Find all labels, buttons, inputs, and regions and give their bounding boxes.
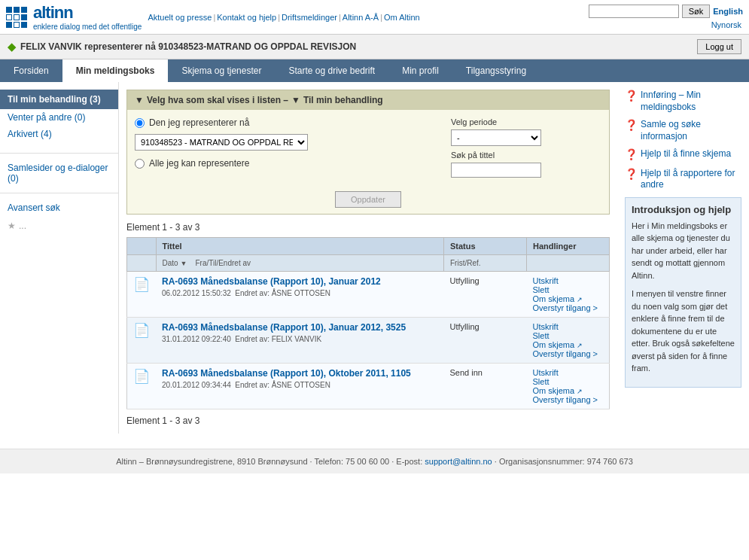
help-link-samle[interactable]: ❓ Samle og søke informasjon [625, 119, 741, 142]
logo-dot [21, 14, 27, 20]
nav-driftsmeldinger[interactable]: Driftsmeldinger [282, 13, 337, 22]
help-box-text2: I menyen til venstre finner du noen valg… [632, 288, 735, 375]
top-right: Søk English Nynorsk [589, 5, 743, 30]
action-utskrift-1[interactable]: Utskrift [533, 322, 604, 331]
search-input[interactable] [589, 5, 679, 18]
date-label: Dato [163, 259, 178, 267]
action-om-skjema-0[interactable]: Om skjema [533, 294, 604, 303]
filter-right: Velg periode - Søk på tittel [451, 117, 601, 178]
filter-footer: Oppdater [127, 185, 609, 214]
lang-nynorsk-link[interactable]: Nynorsk [711, 20, 741, 29]
help-link-finne-skjema[interactable]: ❓ Hjelp til å finne skjema [625, 148, 741, 161]
sidebar-advanced-search[interactable]: Avansert søk [0, 198, 118, 218]
row-actions-cell-1: Utskrift Slett Om skjema Overstyr tilgan… [527, 318, 610, 364]
document-icon: 📄 [133, 369, 150, 384]
col-title-header: Tittel [156, 238, 444, 255]
logo-dot [14, 7, 20, 13]
update-button[interactable]: Oppdater [335, 191, 401, 208]
table-row: 📄 RA-0693 Månedsbalanse (Rapport 10), Ja… [127, 272, 610, 318]
action-overstyr-1[interactable]: Overstyr tilgang > [533, 349, 604, 358]
row-title-cell: RA-0693 Månedsbalanse (Rapport 10), Janu… [156, 318, 444, 364]
sub-col-empty [127, 255, 157, 272]
radio-current[interactable] [135, 118, 145, 128]
question-icon: ❓ [625, 89, 638, 102]
row-actions-cell-2: Utskrift Slett Om skjema Overstyr tilgan… [527, 364, 610, 409]
action-slett-1[interactable]: Slett [533, 331, 604, 340]
filter-body: Den jeg representerer nå 910348523 - MAT… [127, 110, 609, 185]
sidebar-star-label: ... [19, 221, 26, 231]
footer-email-link[interactable]: support@altinn.no [425, 457, 492, 466]
nav-kontakt[interactable]: Kontakt og hjelp [217, 13, 276, 22]
action-overstyr-2[interactable]: Overstyr tilgang > [533, 395, 604, 404]
table-sub-header-row: Dato ▼ Fra/Til/Endret av Frist/Ref. [127, 255, 610, 272]
action-overstyr-0[interactable]: Overstyr tilgang > [533, 303, 604, 312]
logo-dot [21, 22, 27, 28]
top-bar-left: altinn enklere dialog med det offentlige… [6, 3, 420, 31]
user-bar: ◆ FELIX VANVIK representerer nå 91034852… [0, 35, 749, 59]
logo-dot [21, 7, 27, 13]
sidebar-link-samle[interactable]: Samlesider og e-dialoger (0) [8, 161, 111, 185]
represent-select[interactable]: 910348523 - MATRAND OG OPPDAL RE [135, 134, 308, 151]
lang-links: English [713, 7, 743, 16]
sidebar-star-row: ★ ... [0, 218, 118, 234]
nav-min-profil[interactable]: Min profil [388, 59, 452, 82]
nav-skjema[interactable]: Skjema og tjenester [168, 59, 275, 82]
sidebar-link-venter[interactable]: Venter på andre (0) [0, 109, 118, 126]
row-meta-2: 20.01.2012 09:34:44 Endret av: ÅSNE OTTO… [162, 381, 330, 389]
nav-forsiden[interactable]: Forsiden [0, 59, 62, 82]
action-slett-0[interactable]: Slett [533, 285, 604, 294]
row-title-link-2[interactable]: RA-0693 Månedsbalanse (Rapport 10), Okto… [162, 368, 438, 379]
row-title-link-0[interactable]: RA-0693 Månedsbalanse (Rapport 10), Janu… [162, 276, 438, 287]
help-box: Introduksjon og hjelp Her i Min meldings… [625, 197, 741, 388]
element-count-top: Element 1 - 3 av 3 [126, 222, 610, 233]
action-slett-2[interactable]: Slett [533, 377, 604, 386]
radio-row-current: Den jeg representerer nå [135, 117, 436, 128]
search-title-input[interactable] [451, 163, 541, 178]
action-utskrift-2[interactable]: Utskrift [533, 368, 604, 377]
filter-header: ▼ Velg hva som skal vises i listen – ▼ T… [127, 90, 609, 110]
sidebar-divider2 [0, 193, 118, 193]
filter-left: Den jeg representerer nå 910348523 - MAT… [135, 117, 436, 178]
logo-dot [6, 7, 12, 13]
radio-all[interactable] [135, 159, 145, 169]
help-link-innforing[interactable]: ❓ Innføring – Min meldingsboks [625, 90, 741, 113]
sidebar-header-behandling: Til min behandling (3) [0, 90, 118, 109]
table-row: 📄 RA-0693 Månedsbalanse (Rapport 10), Ok… [127, 364, 610, 409]
nav-aktuelt[interactable]: Aktuelt og presse [148, 13, 212, 22]
sidebar-divider [0, 153, 118, 154]
top-bar: altinn enklere dialog med det offentlige… [0, 0, 749, 35]
filter-arrow2: ▼ [291, 95, 300, 105]
logo-dot [6, 22, 12, 28]
help-link-rapportere-text: Hjelp til å rapportere for andre [641, 168, 741, 191]
user-status-icon: ◆ [8, 41, 16, 53]
col-icon [127, 238, 157, 255]
logout-button[interactable]: Logg ut [697, 39, 741, 54]
search-button[interactable]: Søk [682, 5, 711, 18]
filter-box: ▼ Velg hva som skal vises i listen – ▼ T… [126, 90, 610, 215]
lang-english-link[interactable]: English [713, 7, 743, 16]
period-select[interactable]: - [451, 129, 541, 146]
logo-dot [14, 14, 20, 20]
sidebar-section-samle: Samlesider og e-dialoger (0) [0, 158, 118, 188]
radio-all-label: Alle jeg kan representere [149, 158, 249, 169]
nav-aa[interactable]: Altinn A-Å [343, 13, 379, 22]
search-area: Søk English [589, 5, 743, 18]
sub-col-actions-empty [527, 255, 610, 272]
nav-starte-drive[interactable]: Starte og drive bedrift [275, 59, 388, 82]
nav-om-altinn[interactable]: Om Altinn [384, 13, 420, 22]
action-utskrift-0[interactable]: Utskrift [533, 276, 604, 285]
help-box-title: Introduksjon og hjelp [632, 204, 735, 215]
document-icon: 📄 [133, 277, 150, 292]
star-icon: ★ [8, 221, 16, 231]
col-actions-header: Handlinger [527, 238, 610, 255]
sidebar-link-arkivert[interactable]: Arkivert (4) [0, 126, 118, 142]
question-icon-2: ❓ [625, 118, 638, 132]
action-om-skjema-1[interactable]: Om skjema [533, 340, 604, 349]
filter-arrow1: ▼ [135, 95, 144, 105]
action-om-skjema-2[interactable]: Om skjema [533, 386, 604, 395]
help-link-samle-text: Samle og søke informasjon [641, 119, 741, 142]
nav-meldingsboks[interactable]: Min meldingsboks [62, 59, 169, 82]
help-link-rapportere[interactable]: ❓ Hjelp til å rapportere for andre [625, 168, 741, 191]
nav-tilgangsstyring[interactable]: Tilgangsstyring [452, 59, 540, 82]
row-title-link-1[interactable]: RA-0693 Månedsbalanse (Rapport 10), Janu… [162, 322, 438, 333]
